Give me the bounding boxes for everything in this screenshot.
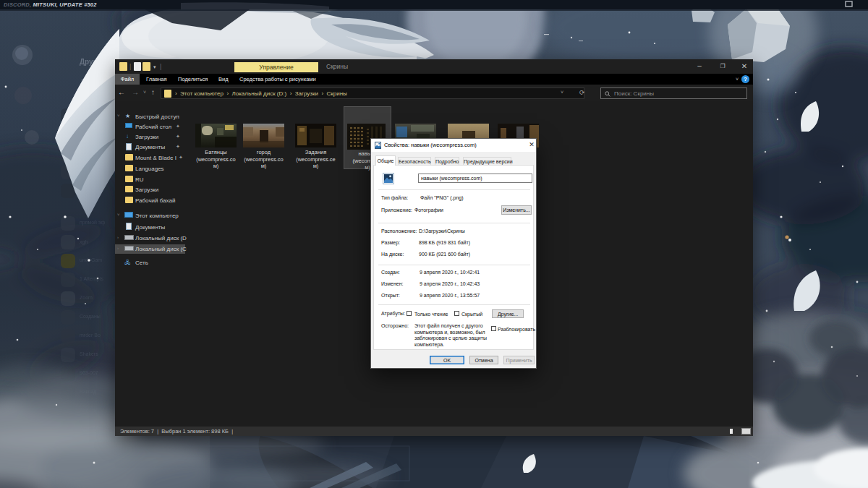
svg-text:1 Attempts: 1 Attempts	[80, 276, 104, 282]
svg-text:undr Gam: undr Gam	[80, 257, 102, 262]
svg-text:Созданы: Созданы	[80, 314, 101, 320]
svg-text:прямой эф: прямой эф	[80, 220, 106, 226]
svg-text:963-007: 963-007	[80, 370, 98, 375]
svg-text:Zoom: Zoom	[80, 295, 93, 300]
svg-text:xgh: xgh	[80, 239, 88, 245]
svg-text:mrder Bo: mrder Bo	[80, 333, 101, 338]
svg-text:Shakers: Shakers	[80, 351, 98, 356]
